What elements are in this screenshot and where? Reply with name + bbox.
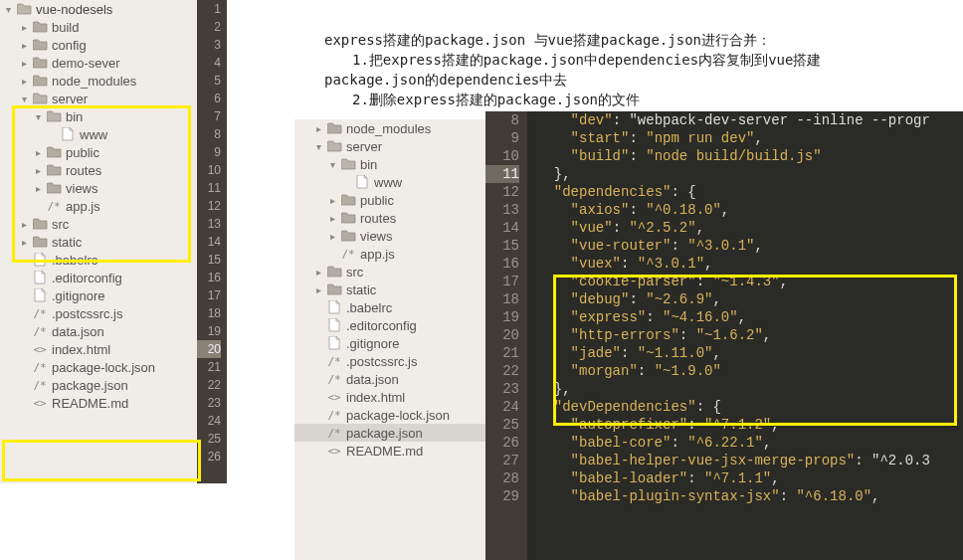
- tree-item-views[interactable]: ▸ views: [0, 179, 197, 197]
- tree-item-babelrc[interactable]: .babelrc: [0, 251, 197, 269]
- code-editor[interactable]: 8910111213141516171819202122232425262728…: [485, 111, 963, 560]
- code-line: "babel-loader": "^7.1.1",: [537, 469, 963, 487]
- file-tree-middle[interactable]: ▸ node_modules▾ server▾ bin www▸ public▸…: [294, 119, 485, 460]
- tree-item-bin[interactable]: ▾ bin: [0, 107, 197, 125]
- tree-item-readmemd[interactable]: <>README.md: [294, 442, 485, 460]
- tree-item-server[interactable]: ▾ server: [294, 137, 485, 155]
- tree-item-babelrc[interactable]: .babelrc: [294, 298, 485, 316]
- tree-item-editorconfig[interactable]: .editorconfig: [0, 269, 197, 286]
- tree-item-nodemodules[interactable]: ▸ node_modules: [0, 72, 197, 90]
- expand-arrow-icon[interactable]: ▸: [32, 144, 44, 161]
- tree-item-label: node_modules: [52, 73, 136, 90]
- tree-item-static[interactable]: ▸ static: [0, 233, 197, 251]
- tree-item-src[interactable]: ▸ src: [0, 215, 197, 233]
- code-line-number: 21: [485, 344, 519, 362]
- tree-root[interactable]: ▾ vue-nodesels: [0, 0, 197, 18]
- tree-item-routes[interactable]: ▸ routes: [0, 161, 197, 179]
- tree-item-www[interactable]: www: [0, 125, 197, 143]
- expand-arrow-icon[interactable]: ▾: [326, 156, 338, 173]
- tree-item-label: views: [360, 228, 393, 245]
- expand-arrow-icon[interactable]: ▸: [312, 120, 324, 137]
- code-line: "morgan": "~1.9.0": [537, 362, 963, 380]
- tree-item-packagejson[interactable]: /*package.json: [294, 424, 485, 442]
- instruction-line3: package.json的dependencies中去: [324, 72, 567, 88]
- tree-item-postcssrcjs[interactable]: /*.postcssrc.js: [0, 304, 197, 322]
- tree-item-build[interactable]: ▸ build: [0, 18, 197, 36]
- file-icon: [32, 253, 48, 267]
- code-line: "autoprefixer": "^7.1.2",: [537, 416, 963, 434]
- file-tree-left[interactable]: ▾ vue-nodesels▸ build▸ config▸ demo-seve…: [0, 0, 197, 412]
- expand-arrow-icon[interactable]: ▸: [326, 192, 338, 209]
- code-line-number: 27: [485, 452, 519, 469]
- folder-open-icon: [32, 93, 48, 104]
- tree-item-editorconfig[interactable]: .editorconfig: [294, 316, 485, 334]
- line-number: 24: [197, 412, 221, 430]
- expand-arrow-icon[interactable]: ▸: [18, 73, 30, 90]
- expand-arrow-icon[interactable]: ▸: [32, 162, 44, 179]
- line-number: 19: [197, 322, 221, 340]
- js-icon: /*: [32, 377, 48, 394]
- expand-arrow-icon[interactable]: ▾: [32, 108, 44, 125]
- line-number: 20: [197, 340, 221, 358]
- expand-arrow-icon[interactable]: ▸: [18, 234, 30, 251]
- js-icon: /*: [326, 425, 342, 442]
- expand-arrow-icon[interactable]: ▾: [18, 91, 30, 107]
- tree-item-appjs[interactable]: /*app.js: [294, 245, 485, 263]
- tree-item-server[interactable]: ▾ server: [0, 90, 197, 107]
- line-number: 23: [197, 394, 221, 412]
- tree-item-label: index.html: [346, 389, 405, 406]
- line-number: 22: [197, 376, 221, 394]
- expand-arrow-icon[interactable]: ▸: [312, 281, 324, 298]
- tree-item-appjs[interactable]: /*app.js: [0, 197, 197, 215]
- code-line: "axios": "^0.18.0",: [537, 201, 963, 219]
- expand-arrow-icon[interactable]: ▾: [2, 1, 14, 18]
- line-number: 5: [197, 72, 221, 90]
- code-line-number: 11: [485, 165, 519, 183]
- line-number: 9: [197, 143, 221, 161]
- tree-item-label: server: [52, 91, 88, 107]
- html-icon: <>: [32, 341, 48, 358]
- code-line: },: [537, 165, 963, 183]
- code-line-number: 23: [485, 380, 519, 398]
- tree-item-packagelockjson[interactable]: /*package-lock.json: [294, 406, 485, 424]
- code-line-number: 22: [485, 362, 519, 380]
- tree-item-packagelockjson[interactable]: /*package-lock.json: [0, 358, 197, 376]
- expand-arrow-icon[interactable]: ▸: [32, 180, 44, 197]
- instruction-line2: 1.把express搭建的package.json中dependencies内容…: [352, 52, 821, 68]
- expand-arrow-icon[interactable]: ▸: [18, 37, 30, 54]
- tree-item-label: .postcssrc.js: [346, 353, 418, 370]
- tree-item-public[interactable]: ▸ public: [294, 191, 485, 209]
- tree-item-label: src: [346, 264, 363, 280]
- tree-item-gitignore[interactable]: .gitignore: [294, 334, 485, 352]
- tree-item-demosever[interactable]: ▸ demo-sever: [0, 54, 197, 72]
- tree-item-readmemd[interactable]: <>README.md: [0, 394, 197, 412]
- expand-arrow-icon[interactable]: ▸: [18, 19, 30, 36]
- tree-item-routes[interactable]: ▸ routes: [294, 209, 485, 227]
- expand-arrow-icon[interactable]: ▸: [312, 264, 324, 280]
- tree-item-gitignore[interactable]: .gitignore: [0, 286, 197, 304]
- tree-item-static[interactable]: ▸ static: [294, 280, 485, 298]
- js-icon: /*: [32, 323, 48, 340]
- tree-item-packagejson[interactable]: /*package.json: [0, 376, 197, 394]
- folder-icon: [32, 57, 48, 69]
- expand-arrow-icon[interactable]: ▸: [18, 55, 30, 72]
- tree-item-indexhtml[interactable]: <>index.html: [0, 340, 197, 358]
- expand-arrow-icon[interactable]: ▸: [326, 228, 338, 245]
- tree-item-nodemodules[interactable]: ▸ node_modules: [294, 119, 485, 137]
- expand-arrow-icon[interactable]: ▸: [326, 210, 338, 227]
- tree-item-www[interactable]: www: [294, 173, 485, 191]
- expand-arrow-icon[interactable]: ▾: [312, 138, 324, 155]
- tree-item-datajson[interactable]: /*data.json: [294, 370, 485, 388]
- tree-item-postcssrcjs[interactable]: /*.postcssrc.js: [294, 352, 485, 370]
- tree-item-views[interactable]: ▸ views: [294, 227, 485, 245]
- tree-item-bin[interactable]: ▾ bin: [294, 155, 485, 173]
- tree-item-public[interactable]: ▸ public: [0, 143, 197, 161]
- tree-item-config[interactable]: ▸ config: [0, 36, 197, 54]
- tree-item-src[interactable]: ▸ src: [294, 263, 485, 280]
- code-body[interactable]: "dev": "webpack-dev-server --inline --pr…: [527, 111, 963, 505]
- expand-arrow-icon[interactable]: ▸: [18, 216, 30, 233]
- tree-item-indexhtml[interactable]: <>index.html: [294, 388, 485, 406]
- tree-item-datajson[interactable]: /*data.json: [0, 322, 197, 340]
- code-line: "start": "npm run dev",: [537, 129, 963, 147]
- tree-item-label: index.html: [52, 341, 110, 358]
